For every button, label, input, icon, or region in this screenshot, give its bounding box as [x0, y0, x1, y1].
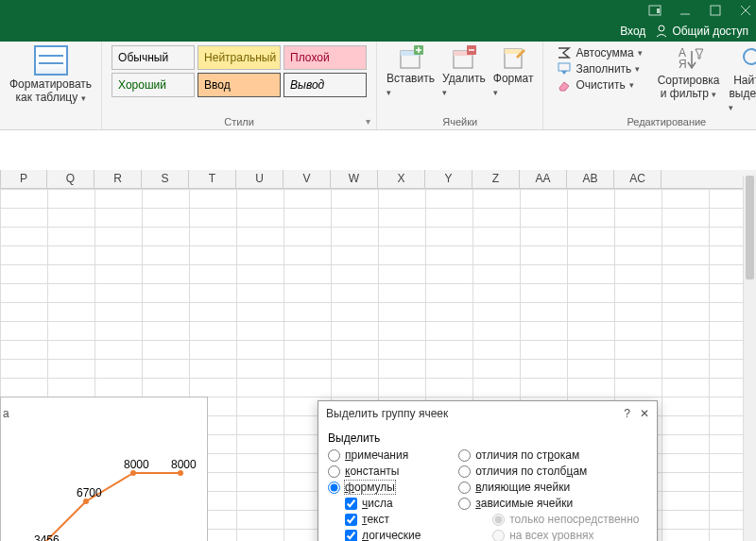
svg-text:8000: 8000: [124, 458, 149, 471]
svg-rect-3: [711, 6, 720, 15]
col-P[interactable]: P: [0, 170, 47, 188]
option-all-levels: на всех уровнях: [492, 529, 639, 541]
delete-cells-button[interactable]: Удалить ▾: [442, 45, 486, 98]
option-constants[interactable]: константы: [328, 465, 436, 478]
svg-rect-18: [558, 63, 570, 71]
table-icon: [34, 45, 68, 76]
window-titlebar: [0, 0, 756, 21]
col-X[interactable]: X: [378, 170, 425, 188]
person-icon: [655, 25, 668, 38]
maximize-icon[interactable]: [709, 4, 722, 17]
col-W[interactable]: W: [331, 170, 378, 188]
dialog-section-label: Выделить: [328, 431, 647, 445]
col-Z[interactable]: Z: [472, 170, 520, 188]
style-bad[interactable]: Плохой: [284, 45, 367, 70]
option-formulas[interactable]: формулы: [328, 481, 436, 494]
check-numbers[interactable]: числа: [345, 497, 436, 510]
svg-text:Я: Я: [679, 58, 687, 71]
svg-rect-1: [657, 8, 660, 13]
dialog-close-icon[interactable]: ✕: [640, 407, 649, 420]
autosum-button[interactable]: Автосумма ▾: [553, 45, 645, 60]
ribbon: Форматировать как таблицу ▾ Обычный Нейт…: [0, 42, 756, 130]
minimize-icon[interactable]: [679, 4, 692, 17]
go-to-special-dialog: Выделить группу ячеек ? ✕ Выделить приме…: [318, 400, 658, 541]
column-headers[interactable]: PQRSTUVWXYZAAABAC: [0, 170, 756, 189]
clear-button[interactable]: Очистить ▾: [553, 77, 645, 93]
svg-point-21: [744, 49, 756, 64]
option-comments[interactable]: примечания: [328, 448, 436, 462]
col-Q[interactable]: Q: [47, 170, 94, 188]
style-good[interactable]: Хороший: [112, 73, 195, 97]
option-col-diffs[interactable]: отличия по столбцам: [458, 465, 639, 478]
styles-expand-icon[interactable]: ▾: [361, 114, 374, 127]
svg-text:8000: 8000: [171, 458, 197, 471]
chart-ylabel-fragment: а: [3, 407, 9, 420]
style-input[interactable]: Ввод: [198, 73, 281, 97]
embedded-chart[interactable]: а 3456 6700 8000 8000: [0, 397, 208, 541]
check-text[interactable]: текст: [345, 513, 436, 526]
col-R[interactable]: R: [94, 170, 142, 188]
dialog-help-icon[interactable]: ?: [624, 407, 630, 420]
format-cells-button[interactable]: Формат ▾: [493, 45, 534, 98]
col-V[interactable]: V: [284, 170, 331, 188]
delete-cells-icon: [450, 45, 478, 72]
magnifier-icon: [740, 45, 756, 74]
spreadsheet-grid[interactable]: а 3456 6700 8000 8000 Выделить группу яч…: [0, 189, 756, 541]
col-AB[interactable]: AB: [567, 170, 614, 188]
vertical-scrollbar[interactable]: [743, 176, 756, 541]
share-button[interactable]: Общий доступ: [655, 25, 748, 38]
sign-in-link[interactable]: Вход: [620, 25, 645, 38]
option-row-diffs[interactable]: отличия по строкам: [458, 448, 639, 462]
svg-text:6700: 6700: [77, 486, 102, 499]
cells-group-label: Ячейки: [442, 116, 477, 127]
sigma-icon: [557, 46, 572, 59]
col-S[interactable]: S: [142, 170, 189, 188]
svg-rect-17: [505, 49, 522, 54]
line-chart-svg: 3456 6700 8000 8000: [29, 445, 209, 541]
eraser-icon: [557, 78, 572, 92]
option-precedents[interactable]: влияющие ячейки: [458, 481, 639, 494]
sort-filter-icon: AЯ: [675, 45, 703, 74]
option-direct-only: только непосредственно: [492, 513, 639, 526]
fill-button[interactable]: Заполнить ▾: [553, 61, 645, 76]
col-U[interactable]: U: [236, 170, 284, 188]
svg-text:3456: 3456: [34, 533, 60, 541]
cell-styles-gallery[interactable]: Обычный Нейтральный Плохой Хороший Ввод …: [112, 45, 367, 97]
format-cells-icon: [499, 45, 527, 72]
find-select-button[interactable]: Найти и выделить ▾: [729, 45, 756, 113]
ribbon-options-icon[interactable]: [648, 4, 662, 17]
col-T[interactable]: T: [189, 170, 236, 188]
share-bar: Вход Общий доступ: [0, 21, 756, 42]
sort-filter-button[interactable]: AЯ Сортировка и фильтр ▾: [658, 45, 720, 113]
style-normal[interactable]: Обычный: [112, 45, 195, 70]
dialog-title: Выделить группу ячеек: [326, 407, 448, 420]
close-icon[interactable]: [739, 4, 752, 17]
option-dependents[interactable]: зависимые ячейки: [458, 497, 639, 510]
insert-cells-button[interactable]: Вставить ▾: [387, 45, 435, 98]
svg-point-6: [659, 25, 664, 31]
fill-down-icon: [557, 62, 572, 76]
editing-group-label: Редактирование: [627, 116, 706, 127]
check-logical[interactable]: логические: [345, 529, 436, 541]
col-AA[interactable]: AA: [520, 170, 567, 188]
col-Y[interactable]: Y: [425, 170, 472, 188]
styles-group-label: Стили: [224, 116, 254, 127]
style-output[interactable]: Вывод: [284, 73, 367, 97]
insert-cells-icon: [397, 45, 425, 72]
col-AC[interactable]: AC: [614, 170, 662, 188]
style-neutral[interactable]: Нейтральный: [198, 45, 281, 70]
format-as-table-button[interactable]: Форматировать как таблицу ▾: [9, 45, 92, 105]
scrollbar-thumb[interactable]: [746, 176, 754, 279]
